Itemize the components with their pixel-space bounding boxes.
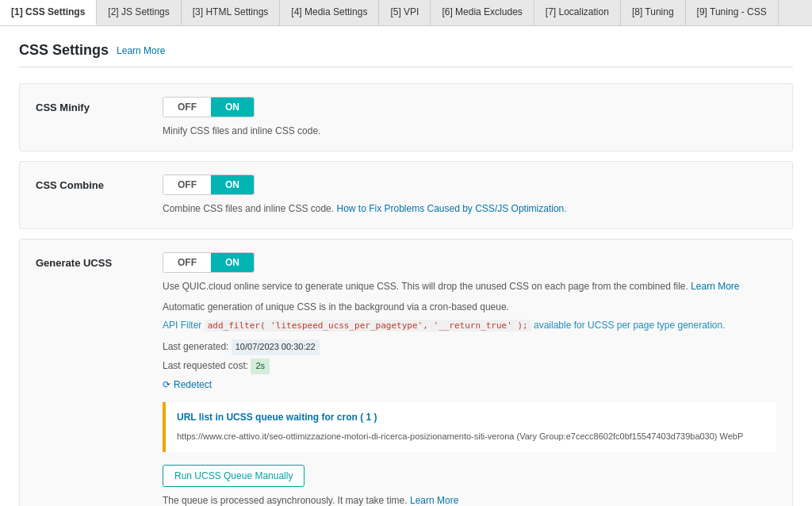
css-combine-toggle-on[interactable]: ON — [211, 175, 254, 194]
page-title-row: CSS Settings Learn More — [19, 42, 793, 67]
css-minify-label: CSS Minify — [36, 97, 139, 113]
generate-ucss-label: Generate UCSS — [36, 252, 139, 269]
ucss-api-filter: API Filter add_filter( 'litespeed_ucss_p… — [163, 318, 776, 333]
queue-warning-title: URL list in UCSS queue waiting for cron … — [177, 410, 765, 425]
tabs-bar: [1] CSS Settings [2] JS Settings [3] HTM… — [0, 0, 812, 26]
tab-media-excludes[interactable]: [6] Media Excludes — [431, 0, 534, 25]
ucss-auto-desc: Automatic generation of unique CSS is in… — [163, 300, 776, 315]
css-combine-description: Combine CSS files and inline CSS code. H… — [163, 201, 776, 216]
redetect-label: Redetect — [174, 378, 212, 393]
page-learn-more-link[interactable]: Learn More — [117, 45, 165, 56]
ucss-last-generated: Last generated: 10/07/2023 00:30:22 — [163, 339, 776, 355]
generate-ucss-row: Generate UCSS OFF ON Use QUIC.cloud onli… — [36, 252, 776, 506]
css-minify-toggle-on[interactable]: ON — [211, 98, 254, 117]
css-minify-toggle-off[interactable]: OFF — [163, 98, 211, 117]
queue-note: The queue is processed asynchronously. I… — [163, 493, 776, 506]
ucss-api-suffix: available for UCSS per page type generat… — [534, 320, 725, 331]
ucss-extra-info: Automatic generation of unique CSS is in… — [163, 300, 776, 506]
ucss-last-cost: Last requested cost: 2s — [163, 358, 776, 374]
redetect-icon: ⟳ — [163, 378, 170, 393]
ucss-last-cost-value: 2s — [251, 358, 270, 374]
css-combine-toggle-off[interactable]: OFF — [163, 175, 211, 194]
css-combine-label: CSS Combine — [36, 174, 139, 191]
queue-note-text: The queue is processed asynchronously. I… — [163, 495, 408, 506]
css-minify-control: OFF ON Minify CSS files and inline CSS c… — [163, 97, 776, 138]
page-title: CSS Settings — [19, 42, 109, 59]
main-content: CSS Settings Learn More CSS Minify OFF O… — [0, 26, 812, 506]
css-minify-section: CSS Minify OFF ON Minify CSS files and i… — [19, 83, 793, 151]
generate-ucss-learn-more[interactable]: Learn More — [691, 281, 739, 292]
generate-ucss-control: OFF ON Use QUIC.cloud online service to … — [163, 252, 776, 506]
tab-js-settings[interactable]: [2] JS Settings — [97, 0, 181, 25]
css-combine-toggle[interactable]: OFF ON — [163, 174, 255, 195]
ucss-last-gen-label: Last generated: — [163, 341, 228, 352]
tab-localization[interactable]: [7] Localization — [534, 0, 621, 25]
css-minify-description: Minify CSS files and inline CSS code. — [163, 124, 776, 138]
tab-tuning-css[interactable]: [9] Tuning - CSS — [686, 0, 779, 25]
ucss-api-label: API Filter — [163, 320, 201, 331]
queue-url: https://www.cre-attivo.it/seo-ottimizzaz… — [177, 430, 765, 444]
ucss-queue-warning: URL list in UCSS queue waiting for cron … — [163, 402, 776, 452]
ucss-last-gen-value: 10/07/2023 00:30:22 — [232, 339, 320, 355]
queue-note-link[interactable]: Learn More — [410, 495, 458, 506]
css-combine-fix-link[interactable]: How to Fix Problems Caused by CSS/JS Opt… — [336, 203, 566, 214]
generate-ucss-description: Use QUIC.cloud online service to generat… — [163, 279, 776, 293]
ucss-api-code: add_filter( 'litespeed_ucss_per_pagetype… — [205, 320, 531, 332]
generate-ucss-toggle[interactable]: OFF ON — [163, 252, 255, 273]
ucss-meta: Last generated: 10/07/2023 00:30:22 Last… — [163, 339, 776, 392]
run-queue-button[interactable]: Run UCSS Queue Manually — [163, 465, 304, 487]
tab-css-settings[interactable]: [1] CSS Settings — [0, 0, 97, 25]
css-combine-row: CSS Combine OFF ON Combine CSS files and… — [36, 174, 776, 216]
ucss-redetect-row: ⟳ Redetect — [163, 378, 776, 393]
css-minify-row: CSS Minify OFF ON Minify CSS files and i… — [36, 97, 776, 138]
css-minify-toggle[interactable]: OFF ON — [163, 97, 255, 117]
tab-html-settings[interactable]: [3] HTML Settings — [182, 0, 281, 25]
tab-media-settings[interactable]: [4] Media Settings — [280, 0, 379, 25]
tab-vpi[interactable]: [5] VPI — [379, 0, 431, 25]
ucss-last-cost-label: Last requested cost: — [163, 360, 248, 371]
tab-tuning[interactable]: [8] Tuning — [621, 0, 686, 25]
generate-ucss-section: Generate UCSS OFF ON Use QUIC.cloud onli… — [19, 239, 793, 506]
css-combine-section: CSS Combine OFF ON Combine CSS files and… — [19, 161, 793, 229]
generate-ucss-toggle-off[interactable]: OFF — [163, 253, 211, 272]
generate-ucss-toggle-on[interactable]: ON — [211, 253, 254, 272]
css-combine-control: OFF ON Combine CSS files and inline CSS … — [163, 174, 776, 216]
ucss-redetect-link[interactable]: ⟳ Redetect — [163, 378, 776, 393]
